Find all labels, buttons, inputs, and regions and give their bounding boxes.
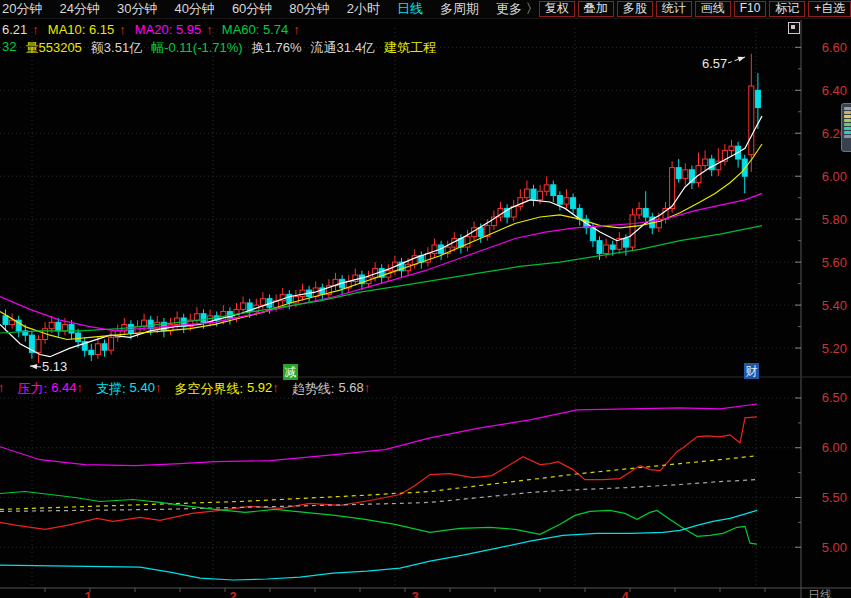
svg-text:5.40: 5.40 [822,298,847,313]
period-tab-2小时[interactable]: 2小时 [347,0,380,18]
volume-readout: 量553205 [25,39,81,57]
widget-stripe [844,107,851,110]
action-button-统计[interactable]: 统计 [656,1,692,17]
bottom-period-cell: 日线 [802,589,851,598]
quote-readout-line: 32 量553205 额3.51亿 幅-0.11(-1.71%) 换1.76% … [2,39,436,57]
svg-text:6.60: 6.60 [822,40,847,55]
ma-line-MA10 [0,144,762,340]
svg-text:5.20: 5.20 [822,341,847,356]
action-button-叠加[interactable]: 叠加 [578,1,614,17]
period-toolbar: 20分钟24分钟30分钟40分钟60分钟80分钟2小时日线多周期更多 〉 复权叠… [0,0,851,19]
indicator-item: 趋势线:5.68↑ [292,380,370,398]
period-tab-24分钟[interactable]: 24分钟 [59,0,99,18]
app-window: 6.606.406.206.005.805.605.405.206.506.00… [0,0,851,598]
indicator-line-多空分界线 [0,456,757,510]
widget-stripe [844,123,851,126]
action-button-复权[interactable]: 复权 [539,1,575,17]
up-arrow-icon: ↑ [119,22,126,37]
period-tab-40分钟[interactable]: 40分钟 [174,0,214,18]
period-tab-30分钟[interactable]: 30分钟 [117,0,157,18]
indicator-item: 支撑:5.40↑ [96,380,161,398]
ma20-readout: MA20: 5.95 [135,22,202,37]
action-button-+自选[interactable]: +自选 [808,1,851,17]
turnover-readout: 换1.76% [252,39,302,57]
period-tab-80分钟[interactable]: 80分钟 [289,0,329,18]
indicator-line-趋势线 [0,480,757,512]
widget-stripe [844,135,851,138]
ma-line-MA5 [0,116,762,357]
chart-canvas[interactable]: 6.606.406.206.005.805.605.405.206.506.00… [0,0,851,598]
svg-text:6.40: 6.40 [822,83,847,98]
candles [3,54,760,363]
up-arrow-icon: ↑ [206,22,213,37]
indicator-lines [0,404,757,580]
amount-readout: 额3.51亿 [91,39,142,57]
svg-text:4: 4 [621,589,629,598]
quote-prefix: 32 [2,39,16,57]
ma60-readout: MA60: 5.74 [222,22,289,37]
last-price: 6.21 [2,22,27,37]
bottom-period-label: 日线 [802,589,851,598]
action-button-画线[interactable]: 画线 [695,1,731,17]
svg-text:5.50: 5.50 [822,490,847,505]
indicator-legend-items: 压力:6.44↑支撑:5.40↑多空分界线:5.92↑趋势线:5.68↑ [18,380,371,398]
period-tab-更多 〉[interactable]: 更多 〉 [496,0,539,18]
period-tab-20分钟[interactable]: 20分钟 [2,0,42,18]
ma-lines [0,116,762,357]
indicator-item: 压力:6.44↑ [18,380,83,398]
svg-text:1: 1 [84,589,91,598]
svg-text:6.00: 6.00 [822,440,847,455]
widget-stripe [844,131,851,134]
widget-stripe [844,119,851,122]
indicator-line-红线 [0,417,757,529]
axes: 6.606.406.206.005.805.605.405.206.506.00… [0,20,851,598]
widget-stripe [844,111,851,114]
price-annotation: 6.57 [702,56,727,71]
period-tab-60分钟[interactable]: 60分钟 [232,0,272,18]
toolbar-actions: 复权叠加多股统计画线F10标记+自选返回 [539,1,851,17]
change-readout: 幅-0.11(-1.71%) [151,39,243,57]
price-annotation: 5.13 [42,359,67,374]
svg-text:3: 3 [411,589,418,598]
period-tab-日线[interactable]: 日线 [397,0,423,18]
indicator-legend: ↑ 压力:6.44↑支撑:5.40↑多空分界线:5.92↑趋势线:5.68↑ [2,380,370,398]
gridlines [0,28,801,588]
svg-text:6.50: 6.50 [822,390,847,405]
finance-event-badge[interactable]: 财 [744,363,759,379]
floating-indicator-widget[interactable] [841,103,851,152]
widget-stripe [844,127,851,130]
action-button-多股[interactable]: 多股 [617,1,653,17]
widget-stripe [844,115,851,118]
svg-text:2: 2 [229,589,236,598]
up-arrow-icon: ↑ [0,380,5,398]
period-tab-多周期[interactable]: 多周期 [440,0,479,18]
svg-text:5.60: 5.60 [822,255,847,270]
indicator-line-压力 [0,404,757,466]
snapshot-icon[interactable] [788,22,800,34]
ma-readout-line: 6.21↑ MA10: 6.15↑ MA20: 5.95↑ MA60: 5.74… [2,22,300,37]
reduce-event-badge[interactable]: 减 [283,364,298,380]
industry-label[interactable]: 建筑工程 [384,39,436,57]
action-button-F10[interactable]: F10 [734,1,767,17]
period-tabs: 20分钟24分钟30分钟40分钟60分钟80分钟2小时日线多周期更多 〉 [2,0,539,18]
indicator-item: 多空分界线:5.92↑ [174,380,278,398]
ma-line-MA60 [0,226,762,333]
up-arrow-icon: ↑ [293,22,300,37]
svg-text:5.80: 5.80 [822,212,847,227]
svg-text:5.00: 5.00 [822,540,847,555]
floatcap-readout: 流通31.4亿 [311,39,375,57]
ma10-readout: MA10: 6.15 [48,22,115,37]
action-button-标记[interactable]: 标记 [769,1,805,17]
up-arrow-icon: ↑ [32,22,39,37]
svg-text:6.00: 6.00 [822,169,847,184]
